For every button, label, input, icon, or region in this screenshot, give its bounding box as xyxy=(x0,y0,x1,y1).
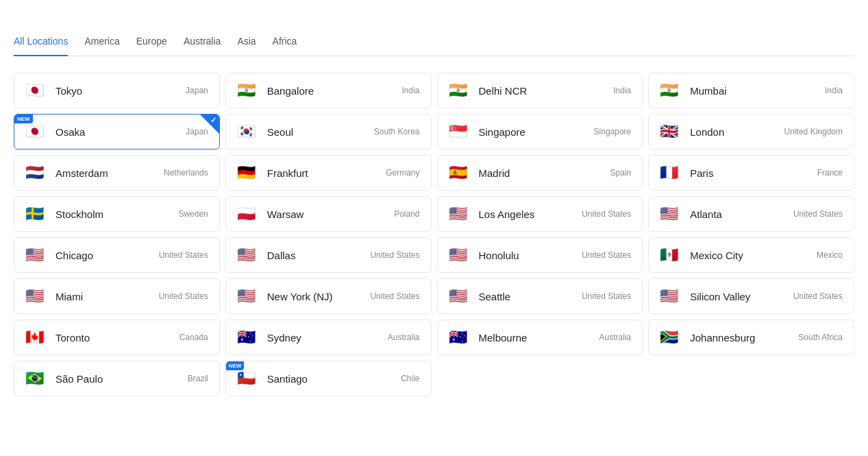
city-name: Bangalore xyxy=(267,85,397,97)
location-card[interactable]: 🇦🇺MelbourneAustralia xyxy=(437,320,643,355)
new-badge: NEW xyxy=(14,115,33,123)
location-card[interactable]: NEW🇨🇱SantiagoChile xyxy=(225,361,432,396)
tab-america[interactable]: America xyxy=(84,30,119,56)
tab-africa[interactable]: Africa xyxy=(273,30,297,56)
country-name: Germany xyxy=(386,168,419,178)
flag-icon: 🇪🇸 xyxy=(449,165,471,180)
city-name: Madrid xyxy=(479,167,605,179)
location-card[interactable]: 🇺🇸Silicon ValleyUnited States xyxy=(648,278,854,314)
city-name: Honolulu xyxy=(479,250,577,261)
location-card[interactable]: 🇲🇽Mexico CityMexico xyxy=(648,237,854,273)
country-name: United States xyxy=(582,209,631,219)
location-card[interactable]: 🇫🇷ParisFrance xyxy=(648,155,854,191)
city-name: Delhi NCR xyxy=(479,85,608,97)
tab-all-locations[interactable]: All Locations xyxy=(14,30,68,56)
city-name: Osaka xyxy=(55,126,180,138)
location-card[interactable]: 🇺🇸MiamiUnited States xyxy=(14,278,220,314)
city-name: Johannesburg xyxy=(690,332,793,344)
country-name: United States xyxy=(793,209,843,219)
flag-icon: 🇳🇱 xyxy=(25,165,47,180)
country-name: Poland xyxy=(394,209,419,219)
location-card[interactable]: NEW🇯🇵OsakaJapan xyxy=(14,114,220,149)
country-name: Australia xyxy=(599,333,632,342)
location-card[interactable]: 🇳🇱AmsterdamNetherlands xyxy=(14,155,220,191)
city-name: Amsterdam xyxy=(55,167,158,179)
country-name: Japan xyxy=(186,86,208,95)
flag-icon: 🇺🇸 xyxy=(25,289,47,304)
city-name: Frankfurt xyxy=(267,167,380,179)
tab-asia[interactable]: Asia xyxy=(237,30,256,56)
country-name: Chile xyxy=(401,374,419,383)
location-card[interactable]: 🇩🇪FrankfurtGermany xyxy=(225,155,432,191)
city-name: Mumbai xyxy=(690,85,819,97)
flag-icon: 🇺🇸 xyxy=(449,206,471,221)
country-name: Singapore xyxy=(594,127,632,136)
country-name: United States xyxy=(159,250,208,260)
flag-icon: 🇮🇳 xyxy=(660,83,682,98)
flag-icon: 🇬🇧 xyxy=(660,124,682,139)
country-name: United States xyxy=(793,291,843,301)
tab-bar: All LocationsAmericaEuropeAustraliaAsiaA… xyxy=(14,30,854,56)
tab-australia[interactable]: Australia xyxy=(184,30,221,56)
flag-icon: 🇸🇬 xyxy=(449,124,471,139)
location-card[interactable]: 🇸🇪StockholmSweden xyxy=(14,196,220,232)
location-card[interactable]: 🇺🇸Los AngelesUnited States xyxy=(437,196,643,232)
location-card[interactable]: 🇨🇦TorontoCanada xyxy=(14,320,220,355)
flag-icon: 🇨🇱 xyxy=(237,371,259,386)
location-card[interactable]: 🇯🇵TokyoJapan xyxy=(14,73,220,108)
country-name: United Kingdom xyxy=(784,127,843,136)
location-card[interactable]: 🇺🇸New York (NJ)United States xyxy=(225,278,432,314)
flag-icon: 🇨🇦 xyxy=(25,330,47,345)
country-name: India xyxy=(401,86,419,95)
city-name: Seattle xyxy=(479,291,577,302)
flag-icon: 🇿🇦 xyxy=(660,330,682,345)
city-name: Santiago xyxy=(267,373,395,385)
flag-icon: 🇩🇪 xyxy=(237,165,259,180)
flag-icon: 🇮🇳 xyxy=(449,83,471,98)
tab-europe[interactable]: Europe xyxy=(136,30,167,56)
city-name: Los Angeles xyxy=(479,208,577,220)
country-name: Mexico xyxy=(817,250,843,260)
location-card[interactable]: 🇮🇳Delhi NCRIndia xyxy=(437,73,643,108)
location-card[interactable]: 🇰🇷SeoulSouth Korea xyxy=(225,114,432,149)
flag-icon: 🇺🇸 xyxy=(237,248,259,263)
location-card[interactable]: 🇪🇸MadridSpain xyxy=(437,155,643,191)
location-card[interactable]: 🇵🇱WarsawPoland xyxy=(225,196,432,232)
country-name: Australia xyxy=(388,333,420,342)
city-name: Warsaw xyxy=(267,208,388,220)
location-card[interactable]: 🇺🇸SeattleUnited States xyxy=(437,278,643,314)
city-name: Miami xyxy=(55,291,153,302)
country-name: United States xyxy=(582,250,631,260)
flag-icon: 🇺🇸 xyxy=(660,206,682,221)
location-card[interactable]: 🇮🇳BangaloreIndia xyxy=(225,73,432,108)
city-name: Seoul xyxy=(267,126,369,138)
location-card[interactable]: 🇧🇷São PauloBrazil xyxy=(14,361,220,396)
city-name: Chicago xyxy=(55,250,153,261)
location-card[interactable]: 🇺🇸AtlantaUnited States xyxy=(648,196,854,232)
city-name: São Paulo xyxy=(55,373,182,385)
country-name: Spain xyxy=(610,168,632,178)
city-name: Dallas xyxy=(267,250,365,261)
country-name: United States xyxy=(582,291,631,301)
city-name: Singapore xyxy=(479,126,588,138)
flag-icon: 🇺🇸 xyxy=(449,248,471,263)
flag-icon: 🇮🇳 xyxy=(237,83,259,98)
location-card[interactable]: 🇺🇸ChicagoUnited States xyxy=(14,237,220,273)
country-name: France xyxy=(817,168,843,178)
selected-check xyxy=(200,115,219,134)
location-card[interactable]: 🇬🇧LondonUnited Kingdom xyxy=(648,114,854,149)
location-card[interactable]: 🇸🇬SingaporeSingapore xyxy=(437,114,643,149)
country-name: Sweden xyxy=(178,209,208,219)
location-card[interactable]: 🇺🇸DallasUnited States xyxy=(225,237,432,273)
flag-icon: 🇧🇷 xyxy=(25,371,47,386)
flag-icon: 🇲🇽 xyxy=(660,248,682,263)
flag-icon: 🇺🇸 xyxy=(449,289,471,304)
country-name: United States xyxy=(370,291,419,301)
location-card[interactable]: 🇺🇸HonoluluUnited States xyxy=(437,237,643,273)
location-card[interactable]: 🇦🇺SydneyAustralia xyxy=(225,320,432,355)
country-name: India xyxy=(825,86,843,95)
location-card[interactable]: 🇮🇳MumbaiIndia xyxy=(648,73,854,108)
flag-icon: 🇦🇺 xyxy=(237,330,259,345)
location-card[interactable]: 🇿🇦JohannesburgSouth Africa xyxy=(648,320,854,355)
country-name: Canada xyxy=(179,333,208,342)
